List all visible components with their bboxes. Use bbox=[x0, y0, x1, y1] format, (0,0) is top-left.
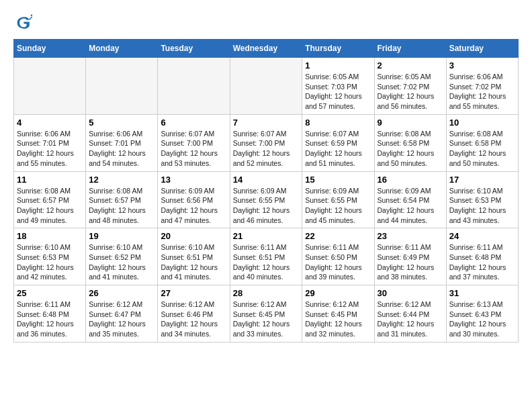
calendar-cell: 6 Sunrise: 6:07 AM Sunset: 7:00 PM Dayli… bbox=[158, 114, 230, 171]
day-number: 20 bbox=[161, 231, 226, 241]
day-info: Sunrise: 6:08 AM Sunset: 6:57 PM Dayligh… bbox=[17, 186, 83, 226]
logo-icon bbox=[13, 13, 32, 32]
day-info: Sunrise: 6:10 AM Sunset: 6:52 PM Dayligh… bbox=[89, 242, 154, 282]
day-number: 13 bbox=[161, 175, 226, 185]
calendar-cell: 31 Sunrise: 6:13 AM Sunset: 6:43 PM Dayl… bbox=[446, 285, 518, 342]
day-number: 21 bbox=[233, 231, 300, 241]
calendar-cell: 2 Sunrise: 6:05 AM Sunset: 7:02 PM Dayli… bbox=[374, 58, 446, 115]
day-number: 7 bbox=[233, 118, 300, 128]
calendar-cell: 22 Sunrise: 6:11 AM Sunset: 6:50 PM Dayl… bbox=[302, 228, 374, 285]
day-info: Sunrise: 6:09 AM Sunset: 6:55 PM Dayligh… bbox=[305, 186, 371, 226]
day-number: 4 bbox=[17, 118, 83, 128]
day-info: Sunrise: 6:09 AM Sunset: 6:56 PM Dayligh… bbox=[161, 186, 226, 226]
day-info: Sunrise: 6:10 AM Sunset: 6:51 PM Dayligh… bbox=[161, 242, 226, 282]
calendar-cell: 3 Sunrise: 6:06 AM Sunset: 7:02 PM Dayli… bbox=[446, 58, 518, 115]
day-info: Sunrise: 6:12 AM Sunset: 6:45 PM Dayligh… bbox=[305, 300, 371, 339]
calendar-cell: 10 Sunrise: 6:08 AM Sunset: 6:58 PM Dayl… bbox=[446, 114, 518, 171]
calendar-header-saturday: Saturday bbox=[446, 40, 518, 58]
calendar-header-tuesday: Tuesday bbox=[158, 40, 230, 58]
day-info: Sunrise: 6:07 AM Sunset: 7:00 PM Dayligh… bbox=[233, 129, 300, 169]
day-number: 24 bbox=[449, 231, 515, 241]
day-info: Sunrise: 6:12 AM Sunset: 6:44 PM Dayligh… bbox=[378, 300, 443, 339]
page-header bbox=[13, 13, 519, 32]
day-number: 12 bbox=[89, 175, 154, 185]
calendar-cell: 27 Sunrise: 6:12 AM Sunset: 6:46 PM Dayl… bbox=[158, 285, 230, 342]
day-info: Sunrise: 6:05 AM Sunset: 7:02 PM Dayligh… bbox=[378, 72, 443, 111]
day-number: 3 bbox=[449, 60, 515, 71]
day-info: Sunrise: 6:07 AM Sunset: 7:00 PM Dayligh… bbox=[161, 129, 226, 169]
calendar-week-4: 18 Sunrise: 6:10 AM Sunset: 6:53 PM Dayl… bbox=[14, 228, 519, 285]
day-info: Sunrise: 6:10 AM Sunset: 6:53 PM Dayligh… bbox=[449, 186, 515, 226]
calendar-cell: 23 Sunrise: 6:11 AM Sunset: 6:49 PM Dayl… bbox=[374, 228, 446, 285]
calendar-cell: 14 Sunrise: 6:09 AM Sunset: 6:55 PM Dayl… bbox=[230, 171, 302, 228]
calendar-cell: 25 Sunrise: 6:11 AM Sunset: 6:48 PM Dayl… bbox=[14, 285, 86, 342]
day-info: Sunrise: 6:06 AM Sunset: 7:02 PM Dayligh… bbox=[449, 72, 515, 111]
day-number: 15 bbox=[305, 175, 371, 185]
calendar-cell: 1 Sunrise: 6:05 AM Sunset: 7:03 PM Dayli… bbox=[302, 58, 374, 115]
day-info: Sunrise: 6:07 AM Sunset: 6:59 PM Dayligh… bbox=[305, 129, 371, 169]
day-number: 30 bbox=[378, 288, 443, 298]
day-number: 18 bbox=[17, 231, 83, 241]
calendar-cell bbox=[230, 58, 302, 115]
calendar-cell: 12 Sunrise: 6:08 AM Sunset: 6:57 PM Dayl… bbox=[86, 171, 158, 228]
day-number: 8 bbox=[305, 118, 371, 128]
day-info: Sunrise: 6:08 AM Sunset: 6:57 PM Dayligh… bbox=[89, 186, 154, 226]
day-info: Sunrise: 6:12 AM Sunset: 6:45 PM Dayligh… bbox=[233, 300, 300, 339]
calendar-cell bbox=[86, 58, 158, 115]
calendar-cell bbox=[14, 58, 86, 115]
day-info: Sunrise: 6:11 AM Sunset: 6:49 PM Dayligh… bbox=[378, 242, 443, 282]
calendar-cell: 29 Sunrise: 6:12 AM Sunset: 6:45 PM Dayl… bbox=[302, 285, 374, 342]
day-number: 23 bbox=[378, 231, 443, 241]
calendar-cell: 28 Sunrise: 6:12 AM Sunset: 6:45 PM Dayl… bbox=[230, 285, 302, 342]
day-info: Sunrise: 6:05 AM Sunset: 7:03 PM Dayligh… bbox=[305, 72, 371, 111]
day-info: Sunrise: 6:08 AM Sunset: 6:58 PM Dayligh… bbox=[449, 129, 515, 169]
day-info: Sunrise: 6:06 AM Sunset: 7:01 PM Dayligh… bbox=[89, 129, 154, 169]
calendar-cell: 19 Sunrise: 6:10 AM Sunset: 6:52 PM Dayl… bbox=[86, 228, 158, 285]
calendar-header-row: SundayMondayTuesdayWednesdayThursdayFrid… bbox=[14, 40, 519, 58]
calendar-cell: 4 Sunrise: 6:06 AM Sunset: 7:01 PM Dayli… bbox=[14, 114, 86, 171]
day-number: 27 bbox=[161, 288, 226, 298]
calendar-cell bbox=[158, 58, 230, 115]
calendar-cell: 13 Sunrise: 6:09 AM Sunset: 6:56 PM Dayl… bbox=[158, 171, 230, 228]
calendar-cell: 7 Sunrise: 6:07 AM Sunset: 7:00 PM Dayli… bbox=[230, 114, 302, 171]
day-number: 2 bbox=[378, 60, 443, 71]
day-number: 1 bbox=[305, 60, 371, 71]
day-number: 25 bbox=[17, 288, 83, 298]
day-number: 19 bbox=[89, 231, 154, 241]
calendar-header-wednesday: Wednesday bbox=[230, 40, 302, 58]
calendar-cell: 18 Sunrise: 6:10 AM Sunset: 6:53 PM Dayl… bbox=[14, 228, 86, 285]
day-info: Sunrise: 6:11 AM Sunset: 6:48 PM Dayligh… bbox=[449, 242, 515, 282]
day-number: 31 bbox=[449, 288, 515, 298]
calendar-cell: 26 Sunrise: 6:12 AM Sunset: 6:47 PM Dayl… bbox=[86, 285, 158, 342]
calendar-header-monday: Monday bbox=[86, 40, 158, 58]
calendar-week-1: 1 Sunrise: 6:05 AM Sunset: 7:03 PM Dayli… bbox=[14, 58, 519, 115]
day-info: Sunrise: 6:12 AM Sunset: 6:47 PM Dayligh… bbox=[89, 300, 154, 339]
day-number: 26 bbox=[89, 288, 154, 298]
day-number: 10 bbox=[449, 118, 515, 128]
day-number: 6 bbox=[161, 118, 226, 128]
day-number: 29 bbox=[305, 288, 371, 298]
day-info: Sunrise: 6:10 AM Sunset: 6:53 PM Dayligh… bbox=[17, 242, 83, 282]
day-number: 14 bbox=[233, 175, 300, 185]
calendar-cell: 21 Sunrise: 6:11 AM Sunset: 6:51 PM Dayl… bbox=[230, 228, 302, 285]
day-number: 16 bbox=[378, 175, 443, 185]
day-number: 9 bbox=[378, 118, 443, 128]
calendar-cell: 11 Sunrise: 6:08 AM Sunset: 6:57 PM Dayl… bbox=[14, 171, 86, 228]
day-number: 22 bbox=[305, 231, 371, 241]
calendar-week-3: 11 Sunrise: 6:08 AM Sunset: 6:57 PM Dayl… bbox=[14, 171, 519, 228]
calendar-cell: 17 Sunrise: 6:10 AM Sunset: 6:53 PM Dayl… bbox=[446, 171, 518, 228]
calendar-header-sunday: Sunday bbox=[14, 40, 86, 58]
day-number: 11 bbox=[17, 175, 83, 185]
calendar-table: SundayMondayTuesdayWednesdayThursdayFrid… bbox=[13, 39, 519, 342]
day-info: Sunrise: 6:06 AM Sunset: 7:01 PM Dayligh… bbox=[17, 129, 83, 169]
day-info: Sunrise: 6:12 AM Sunset: 6:46 PM Dayligh… bbox=[161, 300, 226, 339]
calendar-week-2: 4 Sunrise: 6:06 AM Sunset: 7:01 PM Dayli… bbox=[14, 114, 519, 171]
day-number: 5 bbox=[89, 118, 154, 128]
calendar-week-5: 25 Sunrise: 6:11 AM Sunset: 6:48 PM Dayl… bbox=[14, 285, 519, 342]
calendar-cell: 15 Sunrise: 6:09 AM Sunset: 6:55 PM Dayl… bbox=[302, 171, 374, 228]
calendar-cell: 16 Sunrise: 6:09 AM Sunset: 6:54 PM Dayl… bbox=[374, 171, 446, 228]
day-number: 17 bbox=[449, 175, 515, 185]
day-info: Sunrise: 6:08 AM Sunset: 6:58 PM Dayligh… bbox=[378, 129, 443, 169]
day-info: Sunrise: 6:11 AM Sunset: 6:48 PM Dayligh… bbox=[17, 300, 83, 339]
day-number: 28 bbox=[233, 288, 300, 298]
